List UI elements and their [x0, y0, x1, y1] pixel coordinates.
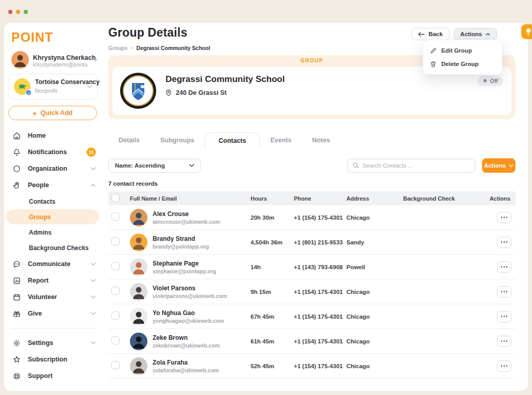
sidebar-item-background-checks[interactable]: Background Checks	[6, 240, 99, 255]
row-checkbox[interactable]	[111, 361, 120, 369]
contact-email: violetparsons@ukieweb.com	[153, 293, 227, 299]
row-actions-button[interactable]	[497, 261, 511, 273]
row-actions-button[interactable]	[497, 336, 511, 347]
tab-details[interactable]: Details	[108, 133, 150, 148]
sidebar-item-contacts[interactable]: Contacts	[6, 194, 99, 209]
pencil-icon	[430, 47, 437, 54]
group-logo	[120, 72, 157, 109]
table-header: Full Name / Email Hours Phone Address Ba…	[108, 191, 516, 205]
sidebar-item-label: Settings	[28, 339, 85, 347]
row-actions-button[interactable]	[497, 212, 511, 223]
sidebar-item-communicate[interactable]: Communicate	[4, 256, 104, 272]
contact-phone: +1 (154) 175-4301	[294, 338, 346, 344]
menu-item-edit-group[interactable]: Edit Group	[423, 44, 502, 57]
arrow-left-icon	[418, 32, 425, 37]
column-header-phone: Phone	[294, 195, 346, 202]
row-checkbox[interactable]	[111, 237, 120, 245]
sidebar-item-label: Give	[28, 310, 85, 317]
chevron-down-icon	[189, 164, 194, 167]
contact-phone: +1 (143) 793-6908	[294, 264, 346, 270]
row-checkbox[interactable]	[111, 311, 120, 320]
sidebar-item-people[interactable]: People	[4, 177, 104, 193]
home-icon	[11, 131, 22, 140]
contact-name[interactable]: Zola Furaha	[153, 359, 219, 366]
contacts-toolbar: Name: Ascending Actions	[108, 158, 516, 173]
quick-add-button[interactable]: + Quick Add	[8, 106, 97, 120]
org-avatar	[14, 78, 30, 95]
chevron-up-icon	[91, 184, 96, 187]
contact-phone: +1 (154) 175-4301	[294, 289, 346, 295]
contact-name[interactable]: Alex Crouse	[153, 210, 220, 218]
header-actions-button[interactable]: Actions	[454, 28, 497, 40]
sidebar-item-subscription[interactable]: Subscription	[4, 351, 104, 368]
contact-name[interactable]: Stephanie Page	[153, 260, 216, 267]
tab-subgroups[interactable]: Subgroups	[150, 133, 205, 148]
sidebar-item-groups[interactable]: Groups	[6, 209, 99, 224]
tab-events[interactable]: Events	[260, 133, 302, 148]
sidebar-item-admins[interactable]: Admins	[6, 225, 99, 240]
table-actions-button[interactable]: Actions	[482, 158, 516, 173]
menu-item-label: Edit Group	[441, 47, 472, 54]
sidebar-item-settings[interactable]: Settings	[4, 335, 104, 351]
chevron-down-icon	[91, 167, 96, 170]
minimize-window-button[interactable]	[16, 10, 20, 14]
gift-icon	[11, 309, 22, 318]
sidebar-item-organization[interactable]: Organization	[4, 160, 104, 177]
sidebar-item-notifications[interactable]: Notifications11	[4, 144, 104, 160]
breadcrumb-groups[interactable]: Groups	[108, 45, 127, 51]
contact-name[interactable]: Zeke Brown	[153, 334, 220, 341]
sidebar-item-support[interactable]: Support	[4, 368, 104, 384]
sidebar-item-label: Report	[28, 277, 85, 284]
actions-label: Actions	[460, 31, 482, 37]
table-row: Alex Crouse alexcrouse@ukieweb.com 20h 3…	[108, 205, 516, 230]
contact-name[interactable]: Violet Parsons	[153, 285, 227, 292]
row-actions-button[interactable]	[497, 311, 511, 322]
organization-icon	[11, 164, 22, 173]
close-window-button[interactable]	[8, 10, 12, 14]
tips-button[interactable]	[521, 24, 532, 39]
group-name: Degrassi Community School	[165, 74, 285, 85]
select-all-checkbox[interactable]	[111, 194, 120, 202]
contact-address: Chicago	[346, 314, 403, 320]
sidebar-item-label: Communicate	[28, 260, 85, 268]
row-actions-button[interactable]	[497, 360, 511, 372]
maximize-window-button[interactable]	[24, 10, 28, 14]
tab-notes[interactable]: Notes	[302, 133, 340, 148]
back-label: Back	[428, 31, 443, 37]
contact-address: Powell	[346, 264, 403, 270]
row-actions-button[interactable]	[497, 237, 511, 248]
contact-name[interactable]: Yo Nghua Gao	[153, 309, 224, 317]
contact-avatar	[130, 234, 147, 251]
row-checkbox[interactable]	[111, 287, 120, 295]
tab-contacts[interactable]: Contacts	[205, 133, 260, 148]
row-checkbox[interactable]	[111, 262, 120, 270]
table-row: Violet Parsons violetparsons@ukieweb.com…	[108, 279, 516, 304]
sidebar-divider	[11, 328, 97, 328]
notifications-status-badge[interactable]: Off	[477, 76, 503, 86]
chevron-down-icon	[91, 279, 96, 282]
sidebar-item-report[interactable]: Report	[4, 272, 104, 289]
row-actions-button[interactable]	[497, 286, 511, 298]
org-switcher[interactable]: Tortoise Conservancy Nonprofit	[8, 74, 98, 100]
sidebar-item-volunteer[interactable]: Volunteer	[4, 289, 104, 305]
menu-item-delete-group[interactable]: Delete Group	[423, 57, 502, 71]
org-type: Nonprofit	[35, 88, 57, 94]
sidebar-item-give[interactable]: Give	[4, 305, 104, 322]
sidebar-item-home[interactable]: Home	[4, 127, 104, 144]
chevron-down-icon	[91, 341, 96, 344]
user-menu[interactable]: Khrystyna Cherkach khrystynademo@pointa.…	[11, 51, 98, 69]
desktop-background: POINT Khrystyna Cherkach khrystynademo@p…	[0, 0, 532, 395]
plus-icon: +	[32, 109, 37, 117]
page-header: Group Details Groups > Degrassi Communit…	[108, 26, 210, 51]
bell-icon	[11, 148, 22, 157]
back-button[interactable]: Back	[411, 28, 450, 40]
page-title: Group Details	[108, 26, 210, 40]
contact-address: Chicago	[346, 363, 403, 369]
table-row: Zola Furaha zolafuraha@ukieweb.com 52h 4…	[108, 354, 516, 378]
sort-select[interactable]: Name: Ascending	[108, 159, 201, 173]
trash-icon	[430, 61, 437, 68]
search-contacts-input[interactable]	[362, 162, 470, 169]
row-checkbox[interactable]	[111, 336, 120, 344]
contact-name[interactable]: Brandy Strand	[153, 235, 209, 242]
row-checkbox[interactable]	[111, 212, 120, 221]
